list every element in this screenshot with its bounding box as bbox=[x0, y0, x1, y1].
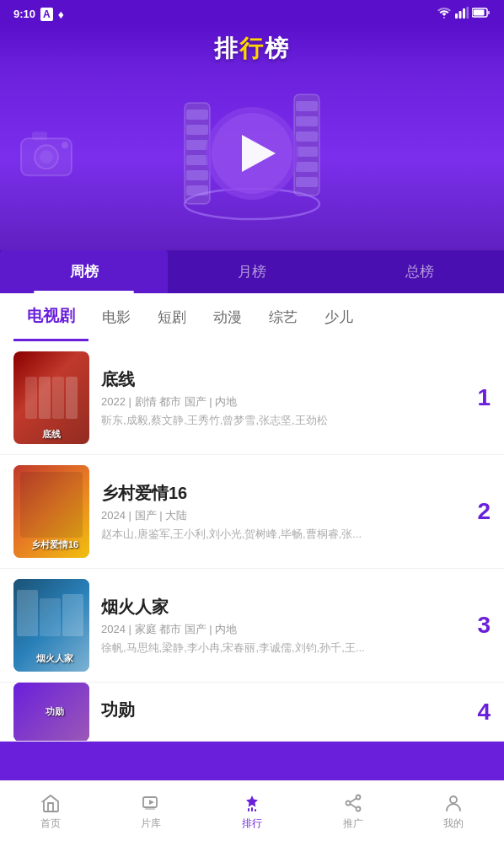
svg-rect-16 bbox=[186, 155, 208, 165]
item-cast-1: 靳东,成毅,蔡文静,王秀竹,曾梦雪,张志坚,王劲松 bbox=[101, 413, 388, 428]
battery-icon bbox=[472, 8, 491, 20]
page-title: 排行榜 bbox=[0, 33, 504, 65]
cat-variety[interactable]: 综艺 bbox=[255, 296, 311, 339]
cat-tv[interactable]: 电视剧 bbox=[13, 293, 88, 341]
item-meta-2: 2024 | 国产 | 大陆 bbox=[101, 508, 458, 523]
item-rank-4: 4 bbox=[470, 699, 491, 726]
item-title-1: 底线 bbox=[101, 368, 458, 391]
item-rank-2: 2 bbox=[470, 498, 491, 525]
nav-rank-label: 排行 bbox=[242, 817, 262, 831]
nav-mine[interactable]: 我的 bbox=[403, 792, 504, 831]
svg-rect-2 bbox=[463, 8, 465, 19]
svg-point-36 bbox=[356, 795, 360, 799]
hero-banner bbox=[0, 65, 504, 250]
cat-anime[interactable]: 动漫 bbox=[200, 296, 255, 339]
tab-total[interactable]: 总榜 bbox=[336, 250, 504, 293]
film-play-icon bbox=[168, 78, 336, 238]
svg-rect-20 bbox=[296, 101, 318, 111]
svg-rect-15 bbox=[186, 140, 208, 150]
nav-mine-label: 我的 bbox=[443, 817, 464, 831]
tab-monthly[interactable]: 月榜 bbox=[168, 250, 335, 293]
title-highlight: 行 bbox=[239, 35, 265, 62]
nav-home-label: 首页 bbox=[40, 817, 61, 831]
svg-rect-22 bbox=[296, 131, 318, 142]
svg-point-9 bbox=[40, 150, 53, 163]
item-title-4: 功勋 bbox=[101, 699, 458, 721]
nav-rank[interactable]: 排行 bbox=[201, 792, 303, 831]
tab-weekly[interactable]: 周榜 bbox=[0, 250, 168, 293]
item-info-2: 乡村爱情16 2024 | 国产 | 大陆 赵本山,唐鉴军,王小利,刘小光,贺树… bbox=[101, 482, 458, 542]
svg-point-37 bbox=[356, 806, 360, 811]
svg-rect-25 bbox=[296, 177, 318, 187]
list-item[interactable]: 功勋 功勋 4 bbox=[0, 683, 504, 742]
svg-point-38 bbox=[346, 801, 350, 805]
svg-point-39 bbox=[450, 796, 457, 803]
svg-marker-31 bbox=[149, 800, 154, 805]
svg-rect-0 bbox=[455, 13, 458, 19]
item-rank-3: 3 bbox=[470, 612, 491, 639]
thumb-label-4: 功勋 bbox=[46, 705, 64, 718]
svg-rect-33 bbox=[248, 808, 249, 812]
camera-icon bbox=[17, 123, 84, 185]
status-left: 9:10 A ♦ bbox=[13, 8, 64, 21]
status-diamond-icon: ♦ bbox=[58, 8, 64, 21]
svg-rect-24 bbox=[296, 162, 318, 172]
item-title-2: 乡村爱情16 bbox=[101, 482, 458, 505]
tab-bar: 周榜 月榜 总榜 bbox=[0, 250, 504, 293]
svg-rect-10 bbox=[32, 131, 47, 140]
item-thumbnail-2: 乡村爱情16 bbox=[13, 465, 89, 558]
library-icon bbox=[140, 792, 162, 814]
svg-point-11 bbox=[62, 142, 68, 148]
cat-short[interactable]: 短剧 bbox=[144, 296, 200, 339]
thumb-label-1: 底线 bbox=[17, 428, 86, 441]
rank-icon bbox=[241, 792, 263, 814]
item-thumbnail-1: 底线 bbox=[13, 351, 89, 444]
nav-library-label: 片库 bbox=[141, 817, 161, 831]
item-info-3: 烟火人家 2024 | 家庭 都市 国产 | 内地 徐帆,马思纯,梁静,李小冉,… bbox=[101, 596, 458, 656]
item-thumbnail-3: 烟火人家 bbox=[13, 579, 89, 672]
promote-icon bbox=[342, 792, 364, 814]
content-list: 底线 底线 2022 | 剧情 都市 国产 | 内地 靳东,成毅,蔡文静,王秀竹… bbox=[0, 341, 504, 742]
item-meta-3: 2024 | 家庭 都市 国产 | 内地 bbox=[101, 622, 458, 637]
svg-rect-17 bbox=[186, 170, 208, 180]
nav-promote-label: 推广 bbox=[343, 817, 363, 831]
item-info-1: 底线 2022 | 剧情 都市 国产 | 内地 靳东,成毅,蔡文静,王秀竹,曾梦… bbox=[101, 368, 458, 428]
status-bar: 9:10 A ♦ bbox=[0, 0, 504, 24]
cat-kids[interactable]: 少儿 bbox=[311, 296, 367, 339]
status-time: 9:10 bbox=[13, 8, 35, 20]
item-cast-2: 赵本山,唐鉴军,王小利,刘小光,贺树峰,毕畅,曹桐睿,张... bbox=[101, 527, 388, 542]
svg-rect-34 bbox=[251, 807, 253, 812]
nav-home[interactable]: 首页 bbox=[0, 792, 101, 831]
item-meta-1: 2022 | 剧情 都市 国产 | 内地 bbox=[101, 394, 458, 410]
status-right bbox=[437, 7, 491, 21]
thumb-label-2: 乡村爱情16 bbox=[31, 538, 78, 551]
mine-icon bbox=[442, 792, 464, 814]
item-rank-1: 1 bbox=[470, 384, 491, 411]
header: 排行榜 bbox=[0, 24, 504, 65]
list-item[interactable]: 乡村爱情16 乡村爱情16 2024 | 国产 | 大陆 赵本山,唐鉴军,王小利… bbox=[0, 455, 504, 569]
signal-icon bbox=[455, 7, 469, 21]
bottom-nav: 首页 片库 排行 bbox=[0, 780, 504, 841]
list-item[interactable]: 烟火人家 烟火人家 2024 | 家庭 都市 国产 | 内地 徐帆,马思纯,梁静… bbox=[0, 569, 504, 683]
item-title-3: 烟火人家 bbox=[101, 596, 458, 619]
svg-rect-32 bbox=[145, 808, 155, 810]
wifi-icon bbox=[437, 7, 452, 21]
svg-rect-3 bbox=[467, 7, 469, 19]
item-info-4: 功勋 bbox=[101, 699, 458, 725]
svg-rect-6 bbox=[488, 11, 491, 14]
home-icon bbox=[40, 792, 62, 814]
category-bar: 电视剧 电影 短剧 动漫 综艺 少儿 bbox=[0, 293, 504, 341]
svg-rect-5 bbox=[474, 10, 485, 16]
nav-library[interactable]: 片库 bbox=[101, 792, 202, 831]
svg-rect-21 bbox=[296, 116, 318, 126]
status-a-icon: A bbox=[40, 8, 53, 21]
thumb-label-3: 烟火人家 bbox=[36, 652, 73, 665]
cat-movie[interactable]: 电影 bbox=[88, 296, 144, 339]
item-cast-3: 徐帆,马思纯,梁静,李小冉,宋春丽,李诚儒,刘钧,孙千,王... bbox=[101, 640, 388, 656]
nav-promote[interactable]: 推广 bbox=[303, 792, 404, 831]
svg-rect-14 bbox=[186, 125, 208, 135]
svg-rect-23 bbox=[296, 147, 318, 157]
svg-rect-13 bbox=[186, 110, 208, 120]
list-item[interactable]: 底线 底线 2022 | 剧情 都市 国产 | 内地 靳东,成毅,蔡文静,王秀竹… bbox=[0, 341, 504, 455]
svg-rect-35 bbox=[255, 809, 256, 812]
